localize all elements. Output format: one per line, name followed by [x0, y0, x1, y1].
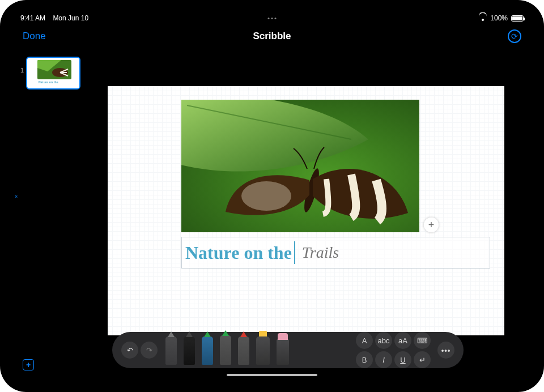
keyboard-button[interactable]: ⌨: [414, 332, 431, 349]
ipad-frame: × 9:41 AM Mon Jun 10 100% Done Scribble …: [0, 0, 544, 392]
more-button[interactable]: •••: [437, 342, 454, 359]
status-right: 100%: [479, 14, 524, 22]
add-slide-button[interactable]: +: [23, 359, 34, 370]
title-text-box[interactable]: Nature on the Trails: [181, 237, 490, 269]
svg-point-4: [241, 181, 291, 211]
multitask-handle[interactable]: [268, 18, 277, 19]
crayon-tool[interactable]: [238, 336, 249, 365]
reset-button[interactable]: ⟳: [508, 29, 521, 43]
return-button[interactable]: ↵: [414, 351, 431, 368]
pen-tool[interactable]: [184, 336, 195, 365]
slide-navigator: 1 Nature on the +: [12, 46, 92, 380]
app-title: Scribble: [253, 31, 291, 42]
battery-icon: [511, 15, 524, 22]
insert-button[interactable]: +: [424, 218, 439, 232]
done-button[interactable]: Done: [23, 31, 46, 42]
textsize-button[interactable]: aA: [394, 332, 411, 349]
wifi-icon: [479, 15, 487, 21]
status-date: Mon Jun 10: [53, 14, 88, 22]
app-header: Done Scribble ⟳: [12, 26, 532, 46]
scribble-toolbar: ↶ ↷ A abc aA ⌨ B I: [112, 332, 464, 368]
italic-button[interactable]: I: [375, 351, 392, 368]
screen: × 9:41 AM Mon Jun 10 100% Done Scribble …: [12, 12, 532, 380]
home-indicator[interactable]: [227, 374, 317, 376]
handwritten-text: Trails: [302, 244, 339, 262]
slide-canvas[interactable]: + Nature on the Trails: [108, 86, 504, 335]
status-time: 9:41 AM: [20, 14, 45, 22]
slide-image[interactable]: [181, 100, 419, 232]
text-caret: [294, 241, 295, 264]
abc-button[interactable]: abc: [375, 332, 392, 349]
underline-button[interactable]: U: [394, 351, 411, 368]
slide-thumbnail[interactable]: Nature on the: [26, 57, 80, 90]
typed-text: Nature on the: [185, 242, 292, 263]
slide-number: 1: [20, 67, 24, 74]
highlighter-tool[interactable]: [256, 336, 270, 365]
eraser-tool[interactable]: [277, 339, 289, 365]
undo-button[interactable]: ↶: [121, 342, 138, 359]
redo-button[interactable]: ↷: [141, 342, 158, 359]
scribble-pen-tool[interactable]: [165, 336, 177, 365]
thumbnail-caption: Nature on the: [39, 80, 58, 84]
pen-tools: [165, 332, 289, 368]
status-bar: 9:41 AM Mon Jun 10 100%: [12, 12, 532, 24]
bold-button[interactable]: B: [356, 351, 373, 368]
status-left: 9:41 AM Mon Jun 10: [20, 14, 88, 22]
text-format-group: A abc aA ⌨ B I U ↵: [356, 332, 431, 368]
marker-tool[interactable]: [202, 336, 213, 365]
pencil-tool[interactable]: [220, 335, 231, 365]
thumbnail-image: [37, 60, 71, 79]
font-button[interactable]: A: [356, 332, 373, 349]
battery-pct: 100%: [490, 14, 508, 22]
